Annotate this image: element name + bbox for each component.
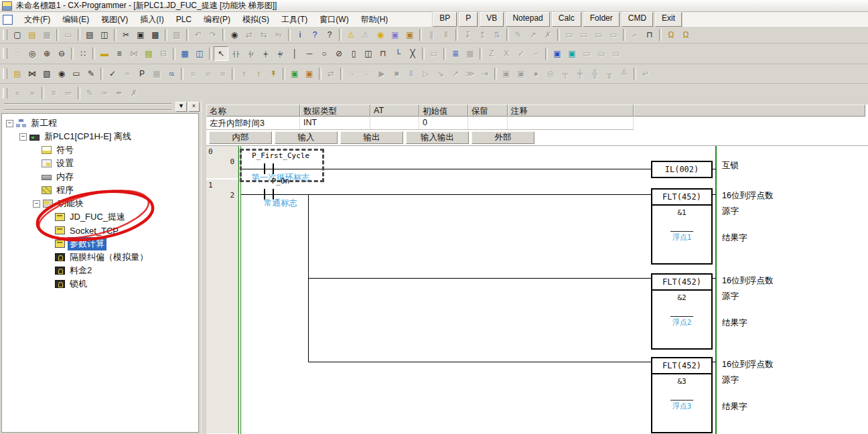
tab-外部[interactable]: 外部 — [472, 131, 534, 144]
tree-item-fb-suoji[interactable]: 锁机 — [2, 277, 198, 291]
tab-输入输出[interactable]: 输入输出 — [406, 131, 469, 144]
line-delete-button[interactable]: ╳ — [405, 46, 420, 61]
result-symbol[interactable]: 浮点3 — [670, 400, 694, 411]
properties-button[interactable]: ✎ — [84, 66, 98, 81]
set-password-button[interactable]: Ω — [664, 27, 678, 42]
tree-item-fb-jd-fuc-tisu[interactable]: JD_FUC_提速 — [2, 210, 198, 224]
menu-program[interactable]: 编程(P) — [198, 13, 236, 25]
table-cell[interactable] — [468, 117, 508, 129]
tree-item-project-root[interactable]: −新工程 — [2, 117, 198, 130]
menu-view[interactable]: 视图(V) — [95, 13, 134, 25]
toggle-comments-button[interactable]: ▬ — [97, 46, 112, 61]
line-connect-button[interactable]: └ — [390, 46, 405, 61]
new-or-closed-contact-button[interactable]: ╪/ — [273, 46, 287, 61]
toolbar-grip[interactable] — [3, 88, 7, 98]
work-online-simulator-button[interactable]: ▣ — [287, 66, 302, 81]
new-closed-contact-button[interactable]: ┤/ — [243, 46, 258, 61]
rung-margin-1[interactable]: 12 — [206, 179, 238, 434]
toggle-rung-colors-button[interactable]: ▤ — [141, 46, 156, 61]
table-cell[interactable]: 左升内部时间3 — [206, 117, 300, 129]
header-cell-AT[interactable]: AT — [370, 104, 419, 117]
expander-icon[interactable]: − — [33, 200, 40, 208]
table-cell[interactable] — [508, 117, 634, 129]
find-compile-error-button[interactable]: ◉ — [373, 27, 388, 42]
about-button[interactable]: i — [293, 27, 307, 42]
header-cell-注释[interactable]: 注释 — [508, 104, 634, 117]
copy-button[interactable]: ▣ — [133, 27, 148, 42]
tree-item-settings[interactable]: 设置 — [2, 157, 198, 170]
search-button[interactable]: ◉ — [227, 27, 242, 42]
context-help-button[interactable]: ? — [322, 27, 337, 42]
new-vertical-line-button[interactable]: │ — [287, 46, 302, 61]
header-cell-数据类型[interactable]: 数据类型 — [300, 104, 370, 117]
tree-item-program[interactable]: 程序 — [2, 184, 198, 197]
ladder-tools-button[interactable]: ⋈ — [25, 66, 40, 81]
go-to-next-address-button[interactable]: ↑ — [251, 66, 266, 81]
new-contact-button[interactable]: ┤├ — [228, 46, 243, 61]
compile-fb-button[interactable]: ▣ — [388, 27, 403, 42]
select-tool-button[interactable]: ↖ — [214, 46, 228, 61]
release-password-button[interactable]: Ω — [678, 27, 693, 42]
notepad-button[interactable]: Notepad — [506, 12, 549, 27]
cut-button[interactable]: ✂ — [119, 27, 133, 42]
menu-window[interactable]: 窗口(W) — [313, 13, 354, 25]
smart-input-view-button[interactable]: ▦ — [177, 46, 192, 61]
new-fb-call-button[interactable]: ⊓ — [376, 46, 390, 61]
watch-graph-button[interactable]: ▧ — [40, 66, 54, 81]
calc-button[interactable]: Calc — [552, 12, 581, 27]
instruction-block-il-block[interactable]: IL(002) — [651, 161, 713, 178]
menu-simulation[interactable]: 模拟(S) — [236, 13, 275, 25]
go-to-output-button[interactable]: ↟ — [266, 66, 281, 81]
tree-item-function-blocks[interactable]: −功能块 — [2, 197, 198, 210]
workspace-dropdown-icon[interactable]: ▼ — [175, 102, 187, 112]
program-check-button[interactable]: ✓ — [105, 66, 120, 81]
menu-plc[interactable]: PLC — [170, 13, 198, 25]
tab-内部[interactable]: 内部 — [209, 131, 272, 144]
tree-item-fb-socket-tcp[interactable]: Socket_TCP — [2, 224, 198, 237]
toggle-workspace-button[interactable]: ▤ — [10, 66, 25, 81]
help-topics-button[interactable]: ? — [307, 27, 322, 42]
result-symbol[interactable]: 浮点1 — [670, 231, 694, 242]
zoom-in-button[interactable]: ⊕ — [40, 46, 54, 61]
p-button[interactable]: P — [459, 12, 478, 27]
instruction-block-flt-block-2[interactable]: FLT(452)&2浮点2 — [651, 273, 713, 350]
output-window-button[interactable]: ▭ — [69, 66, 84, 81]
address-reference-tool-button[interactable]: ▣ — [550, 46, 565, 61]
toggle-grid-button[interactable]: ∷ — [76, 46, 90, 61]
symbol-stack-button[interactable]: ≣ — [448, 46, 463, 61]
toggle-rung-list-button[interactable]: ≡ — [112, 46, 127, 61]
toolbar-grip[interactable] — [3, 68, 7, 79]
menu-help[interactable]: 帮助(H) — [355, 13, 394, 25]
print-preview-button[interactable]: ◫ — [97, 27, 112, 42]
bp-button[interactable]: BP — [433, 12, 457, 27]
simulator-setup-button[interactable]: ▣ — [302, 66, 317, 81]
go-to-previous-address-button[interactable]: ↑ — [236, 66, 251, 81]
instruction-dialog-button[interactable]: ◫ — [192, 46, 207, 61]
menu-tools[interactable]: 工具(T) — [275, 13, 313, 25]
new-closed-coil-button[interactable]: ⊘ — [332, 46, 346, 61]
result-symbol[interactable]: 浮点2 — [670, 316, 694, 328]
tree-item-plc-device[interactable]: −新PLC1[CP1H-E] 离线 — [2, 130, 198, 143]
table-cell[interactable]: INT — [300, 117, 370, 129]
new-coil-button[interactable]: ○ — [317, 46, 332, 61]
vb-button[interactable]: VB — [480, 12, 504, 27]
toolbar-grip[interactable] — [3, 48, 7, 59]
ladder-editor[interactable]: 0012P_First_Cycle第一次循环标志P_On常通标志IL(002)互… — [206, 145, 868, 434]
variable-table-row[interactable]: 左升内部时间3INT0 — [206, 117, 634, 130]
new-horizontal-line-button[interactable]: ─ — [302, 46, 317, 61]
menu-file[interactable]: 文件(F) — [18, 13, 56, 25]
folder-button[interactable]: Folder — [583, 12, 620, 27]
table-cell[interactable] — [370, 117, 419, 129]
menu-edit[interactable]: 编辑(E) — [56, 13, 95, 25]
tab-输入[interactable]: 输入 — [275, 131, 338, 144]
expander-icon[interactable]: − — [19, 133, 27, 141]
cross-reference-button[interactable]: ◉ — [54, 66, 69, 81]
tree-item-memory[interactable]: 内存 — [2, 170, 198, 184]
io-comment-view-button[interactable]: ▣ — [565, 46, 579, 61]
expander-icon[interactable]: − — [6, 120, 13, 127]
compile-program-button[interactable]: ⚠ — [344, 27, 358, 42]
update-fb-button[interactable]: ▣ — [403, 27, 417, 42]
header-cell-初始值[interactable]: 初始值 — [419, 104, 468, 117]
new-instruction-button[interactable]: ▯ — [346, 46, 361, 61]
instruction-block-flt-block-3[interactable]: FLT(452)&3浮点3 — [651, 357, 713, 433]
